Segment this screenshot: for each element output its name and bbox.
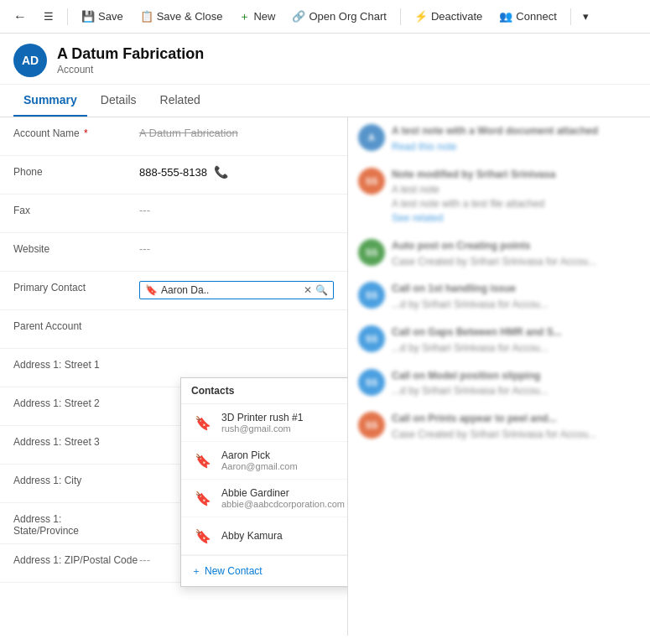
label-address-zip: Address 1: ZIP/Postal Code [13,551,139,566]
avatar: SS [358,168,385,195]
value-primary-contact: 🔖 Aaron Da.. ✕ 🔍 [139,278,334,299]
activity-text: ...d by Srihari Srinivasa for Accou... [392,341,640,356]
form-panel: Account Name * A Datum Fabrication Phone… [0,117,348,636]
record-title: A Datum Fabrication [57,45,204,63]
field-account-name: Account Name * A Datum Fabrication [0,117,347,156]
activity-body: Call on Prints appear to peel and... Cas… [392,412,640,442]
activity-item: SS Call on Gaps Between HMR and S... ...… [358,325,640,356]
contact-email: rush@gmail.com [221,423,348,434]
plus-icon: ＋ [191,564,201,579]
record-avatar: AD [13,44,47,77]
page-icon: ☰ [44,10,54,23]
label-address-street-2: Address 1: Street 2 [13,394,139,409]
contact-record-icon: 🔖 [191,524,215,548]
label-address-street-1: Address 1: Street 1 [13,356,139,371]
activity-title: Call on Prints appear to peel and... [392,412,640,426]
label-phone: Phone [13,163,139,178]
avatar: SS [358,369,385,396]
tab-related[interactable]: Related [150,85,211,117]
back-button[interactable]: ← [7,6,34,28]
value-website[interactable]: --- [139,240,334,255]
new-contact-button[interactable]: ＋ New Contact [191,564,263,579]
lookup-field[interactable]: 🔖 Aaron Da.. ✕ 🔍 [139,281,334,299]
new-button[interactable]: ＋ New [232,6,282,28]
activity-link[interactable]: Read this note [392,141,456,153]
dropdown-list: 🔖 3D Printer rush #1 rush@gmail.com ∨ 🔖 … [181,404,348,555]
value-parent-account[interactable] [139,317,334,319]
activity-body: Call on Gaps Between HMR and S... ...d b… [392,325,640,356]
lookup-text: Aaron Da.. [161,284,300,296]
record-info: A Datum Fabrication Account [57,45,204,75]
page-icon-button[interactable]: ☰ [37,7,60,26]
lookup-record-icon: 🔖 [145,284,158,296]
activity-item: SS Call on Model position slipping ...d … [358,369,640,399]
field-fax: Fax --- [0,195,347,233]
activity-body: Call on 1st handling issue ...d by Sriha… [392,282,640,312]
activity-text: A test noteA test note with a test file … [392,183,640,211]
org-chart-icon: 🔗 [292,10,305,23]
list-item[interactable]: 🔖 3D Printer rush #1 rush@gmail.com ∨ [181,404,348,442]
value-address-street-1[interactable] [139,356,334,358]
label-address-state: Address 1: State/Province [13,510,139,537]
activity-item: SS Call on Prints appear to peel and... … [358,412,640,442]
activity-panel: A A test note with a Word document attac… [348,117,650,636]
label-parent-account: Parent Account [13,317,139,332]
activity-body: A test note with a Word document attache… [392,124,640,154]
field-parent-account: Parent Account [0,310,347,349]
lookup-clear-button[interactable]: ✕ [304,284,312,296]
value-fax[interactable]: --- [139,201,334,216]
new-icon: ＋ [239,9,250,24]
tab-details[interactable]: Details [91,85,147,117]
contact-email: abbie@aabcdcorporation.com [221,499,348,509]
required-indicator: * [84,127,88,139]
contact-record-icon: 🔖 [191,449,215,472]
avatar: SS [358,282,385,309]
contact-info: 3D Printer rush #1 rush@gmail.com [221,412,348,434]
label-address-street-3: Address 1: Street 3 [13,433,139,448]
activity-text: Case Created by Srihari Srinivasa for Ac… [392,255,640,269]
activity-text: ...d by Srihari Srinivasa for Accou... [392,384,640,398]
activity-item: SS Call on 1st handling issue ...d by Sr… [358,282,640,312]
dropdown-footer: ＋ New Contact Advanced lookup [181,555,348,586]
activity-title: Note modified by Srihari Srinivasa [392,168,640,182]
label-website: Website [13,240,139,255]
activity-title: A test note with a Word document attache… [392,124,640,138]
activity-text: Case Created by Srihari Srinivasa for Ac… [392,428,640,442]
phone-icon: 📞 [214,165,228,179]
org-chart-button[interactable]: 🔗 Open Org Chart [285,7,393,26]
activity-link[interactable]: See related [392,212,443,224]
toolbar: ← ☰ 💾 Save 📋 Save & Close ＋ New 🔗 Open O… [0,0,650,34]
value-account-name[interactable]: A Datum Fabrication [139,124,334,139]
label-primary-contact: Primary Contact [13,278,139,293]
toolbar-dropdown-button[interactable]: ▾ [578,7,594,26]
list-item[interactable]: 🔖 Aaron Pick Aaron@gmail.com ∨ [181,442,348,480]
contact-info: Aaron Pick Aaron@gmail.com [221,449,348,471]
save-icon: 💾 [81,10,95,23]
deactivate-button[interactable]: ⚡ Deactivate [408,7,489,26]
avatar: SS [358,239,385,266]
contact-name: Aaron Pick [221,449,348,461]
list-item[interactable]: 🔖 Abbie Gardiner abbie@aabcdcorporation.… [181,480,348,517]
label-address-city: Address 1: City [13,471,139,486]
activity-item: SS Auto post on Creating points Case Cre… [358,239,640,269]
activity-item: A A test note with a Word document attac… [358,124,640,154]
save-button[interactable]: 💾 Save [75,7,130,26]
separator-1 [67,8,68,25]
field-primary-contact: Primary Contact 🔖 Aaron Da.. ✕ 🔍 [0,272,347,310]
connect-button[interactable]: 👥 Connect [492,7,563,26]
contacts-dropdown: Contacts Recent records 🔖 3D Printer rus… [180,377,348,587]
lookup-search-button[interactable]: 🔍 [315,284,328,296]
list-item[interactable]: 🔖 Abby Kamura ∨ [181,517,348,555]
value-phone: 888-555-8138 📞 [139,163,334,179]
contact-record-icon: 🔖 [191,486,215,510]
separator-2 [400,8,401,25]
dropdown-header: Contacts Recent records [181,378,348,404]
save-close-button[interactable]: 📋 Save & Close [133,7,230,26]
activity-text: ...d by Srihari Srinivasa for Accou... [392,298,640,312]
label-fax: Fax [13,201,139,216]
tab-summary[interactable]: Summary [13,85,87,117]
field-website: Website --- [0,233,347,272]
activity-title: Call on Model position slipping [392,369,640,383]
tabs: Summary Details Related [0,85,650,117]
avatar: SS [358,325,385,352]
